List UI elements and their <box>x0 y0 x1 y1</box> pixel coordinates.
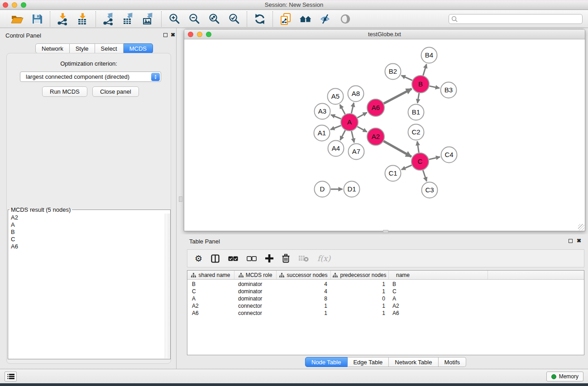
col-successor-nodes[interactable]: successor nodes <box>277 271 331 279</box>
col-predecessor-nodes[interactable]: predecessor nodes <box>331 271 389 279</box>
graph-edge[interactable] <box>358 113 367 118</box>
select-all-icon[interactable] <box>228 256 238 261</box>
graph-node-B1[interactable]: B1 <box>408 105 424 120</box>
col-name[interactable]: name <box>389 271 488 279</box>
zoom-out-icon[interactable] <box>187 12 201 26</box>
float-panel-icon[interactable] <box>163 33 167 37</box>
graph-node-B3[interactable]: B3 <box>441 82 457 98</box>
save-session-icon[interactable] <box>30 12 44 26</box>
graph-edge[interactable] <box>423 170 426 181</box>
zoom-fit-icon[interactable] <box>207 12 221 26</box>
zoom-window-button[interactable] <box>21 2 26 8</box>
splitter-handle-bottom[interactable] <box>383 230 388 233</box>
tab-edge-table[interactable]: Edge Table <box>347 357 389 367</box>
tab-style[interactable]: Style <box>70 43 95 53</box>
graph-node-C4[interactable]: C4 <box>441 147 457 163</box>
table-close-icon[interactable]: ✖ <box>577 238 581 243</box>
graph-edge[interactable] <box>402 76 412 81</box>
graph-node-A8[interactable]: A8 <box>348 86 364 102</box>
tab-motifs[interactable]: Motifs <box>438 357 466 367</box>
table-row[interactable]: Cdominator41C <box>187 288 584 295</box>
refresh-icon[interactable] <box>253 12 267 26</box>
graph-node-A3[interactable]: A3 <box>315 104 330 119</box>
graph-edge[interactable] <box>331 115 341 119</box>
result-item[interactable]: A2 <box>11 214 170 221</box>
graph-edge[interactable] <box>417 141 419 152</box>
table-row[interactable]: Adominator80A <box>187 295 584 302</box>
col-shared-name[interactable]: shared name <box>187 271 234 279</box>
graph-node-A1[interactable]: A1 <box>314 125 330 141</box>
graph-edge[interactable] <box>417 93 419 103</box>
result-item[interactable]: A6 <box>11 243 170 250</box>
col-mcds-role[interactable]: MCDS role <box>234 271 277 279</box>
table-float-icon[interactable] <box>569 239 573 243</box>
graph-edge[interactable] <box>340 105 345 114</box>
close-panel-icon[interactable]: ✖ <box>171 33 175 37</box>
graph-node-C1[interactable]: C1 <box>385 166 401 181</box>
graph-edge[interactable] <box>423 64 427 76</box>
close-window-button[interactable] <box>3 2 8 8</box>
graph-node-B[interactable]: B <box>412 76 429 93</box>
graph-node-C[interactable]: C <box>411 153 429 170</box>
column-visibility-icon[interactable] <box>211 254 220 263</box>
run-mcds-button[interactable]: Run MCDS <box>42 86 87 97</box>
net-minimize-button[interactable] <box>197 32 202 37</box>
table-row[interactable]: A2connector11A2 <box>187 302 584 310</box>
optimization-criterion-select[interactable]: largest connected component (directed) ▲… <box>20 71 161 82</box>
tab-node-table[interactable]: Node Table <box>305 357 348 367</box>
zoom-selected-icon[interactable] <box>227 12 241 26</box>
graph-edge[interactable] <box>429 157 440 160</box>
tab-network[interactable]: Network <box>35 43 70 53</box>
tab-network-table[interactable]: Network Table <box>389 357 438 367</box>
net-close-button[interactable] <box>188 32 193 37</box>
result-item[interactable]: C <box>11 236 170 243</box>
graph-edge[interactable] <box>352 131 354 143</box>
result-scrollbar[interactable] <box>165 214 170 358</box>
graph-edge[interactable] <box>330 125 341 129</box>
task-history-button[interactable] <box>5 372 17 381</box>
graph-node-B4[interactable]: B4 <box>421 48 437 63</box>
tab-mcds[interactable]: MCDS <box>124 43 153 53</box>
graph-edge[interactable] <box>340 130 345 140</box>
graph-node-A7[interactable]: A7 <box>349 144 364 160</box>
graph-edge[interactable] <box>351 103 354 114</box>
graph-node-A2[interactable]: A2 <box>367 128 384 145</box>
table-settings-gear-icon[interactable]: ⚙ <box>195 254 202 263</box>
result-item[interactable]: A <box>11 221 170 229</box>
network-canvas[interactable]: B4 B2 B B3 B1 A5 A8 A3 A6 A A1 A4 A7 A2 … <box>184 39 585 231</box>
splitter-handle-left[interactable] <box>179 196 182 202</box>
graph-edge[interactable] <box>430 86 440 88</box>
graph-node-A4[interactable]: A4 <box>328 141 344 157</box>
import-network-icon[interactable] <box>56 12 70 26</box>
graph-edge[interactable] <box>384 89 412 104</box>
zoom-in-icon[interactable] <box>167 12 182 26</box>
home-networks-icon[interactable] <box>298 12 313 26</box>
tab-select[interactable]: Select <box>95 43 124 53</box>
export-image-icon[interactable] <box>141 12 156 26</box>
close-panel-button[interactable]: Close panel <box>92 86 139 97</box>
graph-node-C2[interactable]: C2 <box>408 124 424 140</box>
graph-edge[interactable] <box>358 127 367 132</box>
delete-column-trash-icon[interactable] <box>282 254 290 263</box>
resize-grip[interactable] <box>578 224 584 230</box>
graph-edge[interactable] <box>402 165 412 170</box>
graph-edge[interactable] <box>383 141 411 157</box>
mcds-result-list[interactable]: A2ABCA6 <box>8 213 170 250</box>
graph-node-D1[interactable]: D1 <box>344 181 360 197</box>
memory-button[interactable]: Memory <box>546 372 583 381</box>
open-session-icon[interactable] <box>10 12 24 26</box>
table-row[interactable]: Bdominator41B <box>187 281 584 288</box>
export-network-icon[interactable] <box>101 12 116 26</box>
export-table-icon[interactable] <box>121 12 136 26</box>
graph-node-A5[interactable]: A5 <box>328 89 344 105</box>
graph-node-A6[interactable]: A6 <box>367 99 384 116</box>
create-column-plus-icon[interactable] <box>265 254 273 262</box>
graph-node-A[interactable]: A <box>341 114 358 131</box>
duplicate-network-icon[interactable] <box>278 12 293 26</box>
graph-node-D[interactable]: D <box>315 181 330 197</box>
search-input[interactable] <box>449 14 583 24</box>
result-item[interactable]: B <box>11 229 170 236</box>
hide-panels-icon[interactable] <box>318 12 333 26</box>
graph-node-B2[interactable]: B2 <box>385 64 401 80</box>
minimize-window-button[interactable] <box>12 2 17 8</box>
